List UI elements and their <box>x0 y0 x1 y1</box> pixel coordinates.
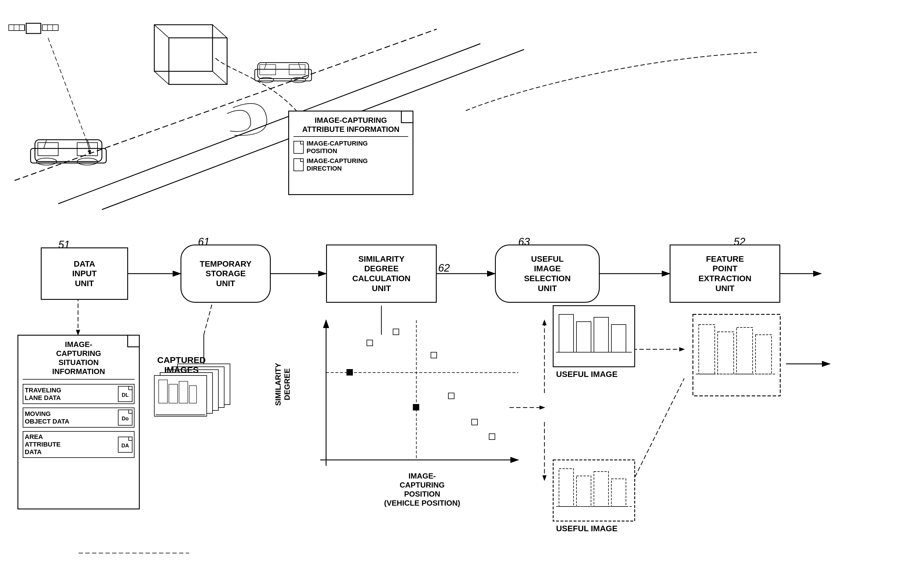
svg-line-50 <box>626 378 684 495</box>
svg-line-36 <box>87 142 90 154</box>
svg-rect-85 <box>611 479 626 507</box>
svg-rect-77 <box>577 322 591 352</box>
svg-rect-71 <box>169 384 178 403</box>
svg-line-35 <box>48 38 87 142</box>
svg-rect-87 <box>693 314 780 396</box>
svg-line-17 <box>154 71 169 84</box>
label-62: 62 <box>438 262 450 274</box>
svg-line-32 <box>298 63 300 69</box>
svg-point-28 <box>291 77 306 83</box>
svg-rect-91 <box>756 335 771 374</box>
attr-title: IMAGE-CAPTURINGATTRIBUTE INFORMATION <box>294 116 408 137</box>
svg-rect-75 <box>553 306 635 367</box>
traveling-lane-label: TRAVELINGLANE DATA <box>25 387 116 402</box>
svg-line-15 <box>213 25 227 38</box>
moving-object-label: MOVINGOBJECT DATA <box>25 410 116 425</box>
image-capturing-attr-box: IMAGE-CAPTURINGATTRIBUTE INFORMATION IMA… <box>288 110 413 195</box>
dl-symbol: DL <box>122 392 129 398</box>
svg-rect-22 <box>31 149 106 163</box>
svg-rect-68 <box>160 373 213 413</box>
useful-image-top-label: USEFUL IMAGE <box>556 370 617 379</box>
svg-rect-13 <box>154 25 213 71</box>
temporary-storage-unit: TEMPORARYSTORAGEUNIT <box>181 245 271 303</box>
svg-rect-73 <box>189 386 196 403</box>
label-61: 61 <box>198 236 210 248</box>
svg-rect-3 <box>9 25 25 31</box>
svg-rect-72 <box>179 381 188 403</box>
svg-rect-84 <box>594 472 608 507</box>
svg-rect-78 <box>594 317 608 352</box>
svg-rect-58 <box>413 404 419 410</box>
data-input-unit: DATAINPUTUNIT <box>41 247 128 300</box>
svg-rect-83 <box>577 476 591 507</box>
svg-rect-25 <box>38 142 58 156</box>
svg-rect-21 <box>35 140 102 162</box>
svg-rect-18 <box>169 38 227 84</box>
svg-rect-88 <box>699 325 715 374</box>
svg-point-19 <box>37 158 57 165</box>
svg-line-23 <box>44 140 47 149</box>
svg-point-27 <box>259 77 274 83</box>
svg-rect-67 <box>166 370 218 410</box>
svg-rect-70 <box>159 380 167 403</box>
svg-rect-4 <box>42 25 58 31</box>
sit-info-title: IMAGE-CAPTURINGSITUATIONINFORMATION <box>23 340 135 380</box>
useful-image-selection-unit: USEFULIMAGESELECTIONUNIT <box>495 245 600 303</box>
label-52: 52 <box>734 236 745 248</box>
svg-rect-34 <box>289 64 305 75</box>
captured-images-label: CAPTUREDIMAGES <box>157 355 206 375</box>
svg-rect-79 <box>611 325 626 352</box>
svg-rect-90 <box>736 328 753 374</box>
svg-rect-2 <box>26 23 41 34</box>
svg-rect-29 <box>258 63 309 79</box>
svg-rect-64 <box>489 434 495 439</box>
svg-rect-62 <box>448 393 454 399</box>
similarity-degree-axis-label: SIMILARITYDEGREE <box>274 355 292 413</box>
diagram: IMAGE-CAPTURINGATTRIBUTE INFORMATION IMA… <box>0 0 897 588</box>
svg-rect-69 <box>154 375 207 416</box>
svg-rect-76 <box>559 314 574 352</box>
do-symbol: Do <box>122 416 129 422</box>
area-attr-label: AREAATTRIBUTEDATA <box>25 433 116 456</box>
svg-rect-61 <box>431 352 437 358</box>
image-cap-situation-box: IMAGE-CAPTURINGSITUATIONINFORMATION TRAV… <box>17 335 140 509</box>
svg-rect-33 <box>260 64 276 75</box>
da-symbol: DA <box>121 443 129 449</box>
svg-point-20 <box>77 158 98 165</box>
svg-line-11 <box>58 44 481 204</box>
svg-rect-30 <box>255 69 312 81</box>
svg-line-31 <box>264 63 266 69</box>
svg-line-16 <box>213 71 227 84</box>
image-cap-pos-label: IMAGE-CAPTURINGPOSITION <box>306 140 368 155</box>
svg-rect-59 <box>367 340 373 346</box>
useful-image-bot-label: USEFUL IMAGE <box>556 524 617 533</box>
image-cap-dir-label: IMAGE-CAPTURINGDIRECTION <box>306 157 368 172</box>
svg-rect-81 <box>553 460 635 521</box>
svg-rect-82 <box>559 469 574 507</box>
svg-rect-26 <box>77 142 98 156</box>
svg-line-24 <box>87 140 90 149</box>
svg-rect-63 <box>471 419 478 425</box>
label-51: 51 <box>58 239 70 251</box>
feature-point-extraction-unit: FEATUREPOINTEXTRACTIONUNIT <box>670 245 780 303</box>
label-63: 63 <box>518 236 530 248</box>
svg-line-14 <box>154 25 169 38</box>
svg-rect-57 <box>346 369 353 375</box>
svg-rect-60 <box>393 329 399 335</box>
image-cap-pos-axis-label: IMAGE-CAPTURINGPOSITION(VEHICLE POSITION… <box>349 472 495 508</box>
similarity-degree-calc-unit: SIMILARITYDEGREECALCULATIONUNIT <box>326 245 437 303</box>
svg-rect-89 <box>718 332 734 374</box>
